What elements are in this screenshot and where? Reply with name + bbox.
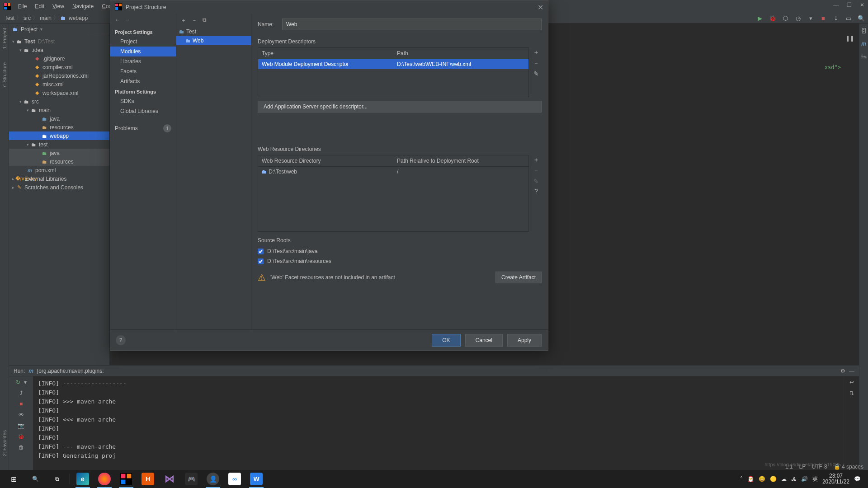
web-resource-table[interactable]: Web Resource DirectoryPath Relative to D… xyxy=(258,155,529,232)
taskbar-app[interactable]: ∞ xyxy=(224,470,245,488)
taskbar-intellij[interactable] xyxy=(115,470,137,488)
chevron-down-icon[interactable]: ▾ xyxy=(40,27,42,32)
sidebar-item-artifacts[interactable]: Artifacts xyxy=(110,76,176,86)
close-icon[interactable]: ✕ xyxy=(860,2,864,8)
taskbar-wps[interactable]: W xyxy=(245,470,267,488)
coverage-icon[interactable]: ⬡ xyxy=(781,15,789,22)
tab-favorites-tool[interactable]: 2: Favorites xyxy=(1,427,8,459)
run-output[interactable]: [INFO] ------------------ [INFO] [INFO] … xyxy=(33,376,844,478)
tree-node[interactable]: main xyxy=(39,107,51,113)
edit-icon[interactable]: ✎ xyxy=(533,178,539,185)
search-icon[interactable]: 🔍 xyxy=(857,15,865,22)
stop-icon[interactable]: ■ xyxy=(819,15,827,22)
show-icon[interactable]: 👁 xyxy=(19,412,24,418)
tree-node[interactable]: resources xyxy=(50,124,74,131)
step-icon[interactable]: ⤴ xyxy=(20,390,23,396)
update-icon[interactable]: ⭳ xyxy=(832,15,840,22)
table-cell[interactable]: / xyxy=(393,167,528,177)
tray-cloud-icon[interactable]: ☁ xyxy=(781,476,787,482)
tree-node[interactable]: java xyxy=(50,116,60,122)
tab-project-tool[interactable]: 1: Project xyxy=(1,25,8,52)
trash-icon[interactable]: 🗑 xyxy=(19,444,24,450)
add-icon[interactable]: ＋ xyxy=(181,17,186,24)
bug-icon[interactable]: 🐞 xyxy=(18,433,24,440)
tree-root[interactable]: Test xyxy=(24,38,35,45)
tray-icon[interactable]: 😃 xyxy=(759,476,765,482)
maven-icon[interactable]: m xyxy=(861,41,866,47)
add-icon[interactable]: ＋ xyxy=(533,156,539,164)
tray-notifications-icon[interactable]: 💬 xyxy=(854,476,861,482)
soft-wrap-icon[interactable]: ↩ xyxy=(849,379,854,385)
taskbar-visual-studio[interactable]: ⋈ xyxy=(159,470,180,488)
start-button[interactable]: ⊞ xyxy=(3,470,24,488)
breadcrumb-item[interactable]: src xyxy=(24,15,31,21)
taskbar-firefox[interactable] xyxy=(94,470,115,488)
maximize-icon[interactable]: ❐ xyxy=(847,2,852,8)
taskbar-app[interactable]: 🎮 xyxy=(180,470,202,488)
tree-node[interactable]: java xyxy=(50,150,60,156)
tree-node[interactable]: .idea xyxy=(32,47,43,53)
search-button[interactable]: 🔍 xyxy=(24,470,46,488)
facet-name-input[interactable] xyxy=(282,19,542,30)
help-button[interactable]: ? xyxy=(116,335,126,345)
taskbar-edge[interactable]: e xyxy=(72,470,94,488)
pause-icon[interactable]: ❚❚ xyxy=(845,35,854,42)
remove-icon[interactable]: － xyxy=(192,17,197,24)
remove-icon[interactable]: － xyxy=(533,167,539,175)
remove-icon[interactable]: － xyxy=(533,59,539,67)
module-tree-node-selected[interactable]: Web xyxy=(193,38,203,44)
ant-icon[interactable]: 🐜 xyxy=(860,53,867,60)
apply-button[interactable]: Apply xyxy=(507,334,542,347)
sidebar-item-libraries[interactable]: Libraries xyxy=(110,56,176,66)
tree-node[interactable]: jarRepositories.xml xyxy=(42,73,89,79)
ok-button[interactable]: OK xyxy=(432,334,460,347)
minimize-icon[interactable]: — xyxy=(833,2,839,8)
tray-network-icon[interactable]: 🖧 xyxy=(791,476,797,482)
sidebar-item-problems[interactable]: Problems 1 xyxy=(110,122,176,135)
tree-node[interactable]: External Libraries xyxy=(24,176,66,182)
tray-ime[interactable]: 英 xyxy=(812,475,818,483)
help-icon[interactable]: ? xyxy=(534,188,538,195)
stop-icon[interactable]: ■ xyxy=(19,401,23,407)
debug-icon[interactable]: 🐞 xyxy=(769,15,777,22)
source-root-checkbox[interactable] xyxy=(258,258,264,264)
tree-node[interactable]: test xyxy=(39,141,47,148)
back-icon[interactable]: ← xyxy=(115,17,120,25)
camera-icon[interactable]: 📷 xyxy=(18,422,24,429)
tree-node[interactable]: compiler.xml xyxy=(42,64,73,70)
add-descriptor-button[interactable]: Add Application Server specific descript… xyxy=(258,101,542,113)
tree-node-selected[interactable]: webapp xyxy=(50,133,69,139)
run-icon[interactable]: ▶ xyxy=(756,15,764,22)
module-tree-node[interactable]: Test xyxy=(186,28,196,35)
edit-icon[interactable]: ✎ xyxy=(533,70,539,77)
layout-icon[interactable]: ▭ xyxy=(844,15,853,22)
tree-node[interactable]: pom.xml xyxy=(35,167,56,174)
tray-icon[interactable]: 🟡 xyxy=(770,476,777,482)
add-icon[interactable]: ＋ xyxy=(533,48,539,56)
tree-node[interactable]: misc.xml xyxy=(42,81,64,88)
tree-node[interactable]: workspace.xml xyxy=(42,90,78,96)
dropdown-icon[interactable]: ▾ xyxy=(807,15,815,22)
copy-icon[interactable]: ⧉ xyxy=(203,17,207,24)
menu-view[interactable]: View xyxy=(49,2,68,11)
cancel-button[interactable]: Cancel xyxy=(465,334,503,347)
table-cell[interactable]: D:\Test\web\WEB-INF\web.xml xyxy=(393,59,528,69)
gear-icon[interactable]: ⚙ xyxy=(840,368,845,374)
scroll-icon[interactable]: ⇅ xyxy=(849,390,854,396)
rerun-icon[interactable]: ↻ xyxy=(16,379,20,385)
table-cell[interactable]: Web Module Deployment Descriptor xyxy=(258,59,393,69)
minimize-icon[interactable]: — xyxy=(849,368,854,374)
close-icon[interactable]: ✕ xyxy=(538,3,543,12)
forward-icon[interactable]: → xyxy=(125,17,130,25)
tree-node[interactable]: .gitignore xyxy=(42,56,65,62)
sidebar-item-global-libraries[interactable]: Global Libraries xyxy=(110,106,176,116)
create-artifact-button[interactable]: Create Artifact xyxy=(495,272,542,283)
breadcrumb-item[interactable]: main xyxy=(40,15,52,21)
menu-edit[interactable]: Edit xyxy=(31,2,48,11)
source-root-checkbox[interactable] xyxy=(258,249,264,254)
taskbar-app-h[interactable]: H xyxy=(137,470,159,488)
tray-volume-icon[interactable]: 🔊 xyxy=(801,476,808,482)
sidebar-item-project[interactable]: Project xyxy=(110,37,176,47)
database-icon[interactable]: 🗄 xyxy=(861,28,867,34)
sidebar-item-facets[interactable]: Facets xyxy=(110,66,176,76)
